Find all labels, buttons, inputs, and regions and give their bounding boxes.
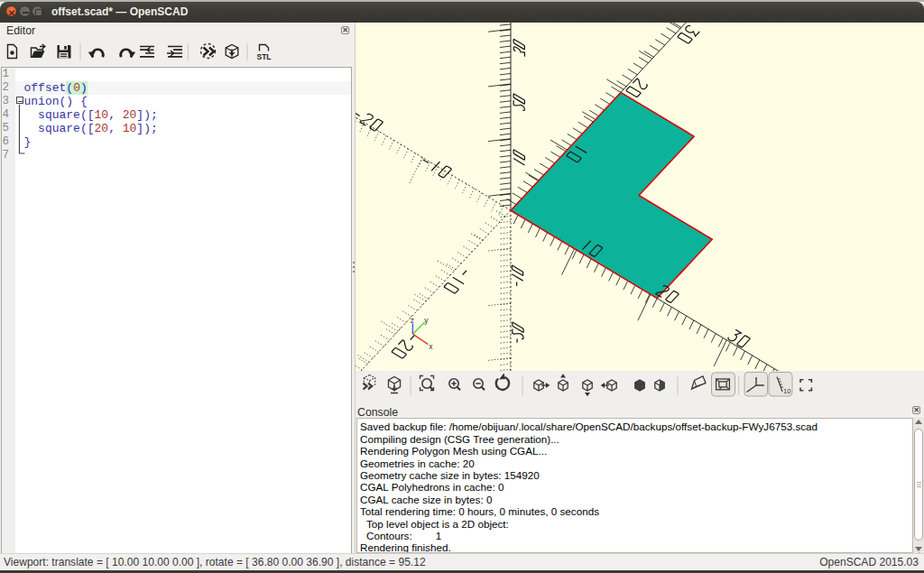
svg-text:STL: STL: [257, 52, 272, 61]
svg-text:z: z: [411, 316, 414, 325]
svg-text:y: y: [424, 316, 429, 325]
svg-text:10: 10: [783, 387, 790, 395]
svg-text:x: x: [429, 342, 433, 351]
